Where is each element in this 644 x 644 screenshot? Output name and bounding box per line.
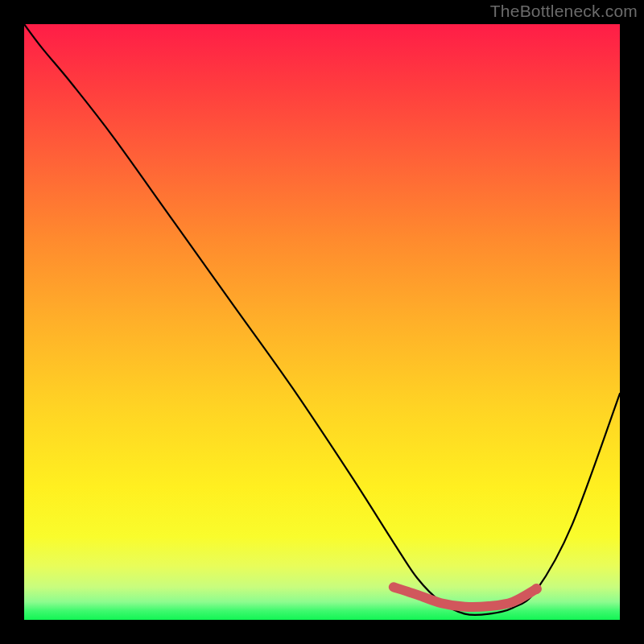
watermark-text: TheBottleneck.com (490, 2, 638, 21)
optimal-zone-highlight (394, 587, 537, 607)
bottleneck-curve (24, 24, 620, 615)
curve-svg (24, 24, 620, 620)
chart-frame: TheBottleneck.com (0, 0, 644, 644)
optimal-zone-end-dot (531, 584, 542, 594)
plot-area (24, 24, 620, 620)
